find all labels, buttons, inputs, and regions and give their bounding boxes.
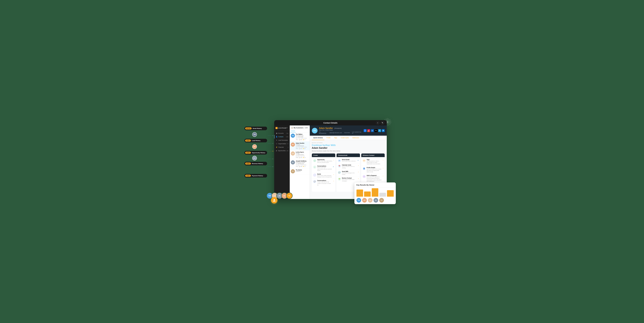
tab-tags[interactable]: Tags <box>332 136 338 140</box>
tab-addresses[interactable]: Addresses <box>351 136 360 140</box>
tags-item[interactable]: 🏷 Tags Add tags based on sales or target… <box>361 158 385 166</box>
lead-history-badge: 4,812 <box>245 140 251 142</box>
node-avatar-1: TW <box>252 132 257 137</box>
contact-item-tia-james[interactable]: TJ Tia James Linked In. <box>290 168 310 175</box>
kr-bar-2 <box>364 191 371 197</box>
instagram-button[interactable]: ♥ <box>367 129 370 132</box>
kr-avatar-5: TJ <box>379 198 384 203</box>
contact-item-joseph-goldberg[interactable]: JG Joseph Goldberg Greenwich Reality +1 … <box>290 159 310 168</box>
sidebar-item-channels[interactable]: ⚡ Channels 2 <box>274 145 290 149</box>
serial-history-badge: 26,412 <box>245 127 252 129</box>
contacts-icon: 👤 <box>276 136 278 138</box>
payment-history-label: 4,812 Payment History <box>244 174 267 178</box>
communicate-header: Communicate <box>336 153 360 157</box>
calendar-icon: 📅 <box>338 164 341 168</box>
tia-james-name: Tia James <box>296 169 308 171</box>
task-item[interactable]: 💬 Conversations Create a task item for t… <box>312 179 335 187</box>
tim-walker-name: Tim Walker <box>296 134 308 135</box>
joseph-goldberg-avatar: JG <box>291 160 295 164</box>
quick-actions-subtitle: QUICK ACTIONS <box>312 142 385 143</box>
float-labels: 26,412 Serial History TW 4,812 Lead Hist… <box>244 127 267 178</box>
contact-list-title: 📋 My Customers <box>291 127 304 129</box>
add-contact-button[interactable] <box>271 197 278 204</box>
joseph-goldberg-location: Chicago, United States <box>296 164 308 166</box>
nurture-arrow: › <box>358 178 359 179</box>
conversations-create-icon: + <box>313 166 316 169</box>
create-column: Create ◯ Opportunity Build & Track sales… <box>312 153 335 192</box>
title-bar-actions: + ✎ <box>376 121 384 125</box>
nurture-item[interactable]: 🌱 Nurture Contact Add contact to active … <box>336 176 360 183</box>
adam-sandler-avatar: AS <box>291 142 295 147</box>
adam-sandler-name: Adam Sandler <box>296 142 308 144</box>
sidebar-logo: J JACKTRADE™ <box>274 125 290 131</box>
key-results-chart <box>354 188 396 198</box>
task-title: Conversations <box>317 180 332 181</box>
sidebar-item-contacts[interactable]: 👤 Contacts 9.9K <box>274 135 290 138</box>
twitter-button[interactable]: 𝕏 <box>374 129 378 132</box>
lorina-agnes-company: Google <box>296 153 308 154</box>
sidebar-nav: ▦ Accounts 7.5K 👤 Contacts 9.9K ✦ Lead G… <box>274 131 290 193</box>
opportunities-icon: ◈ <box>276 150 277 152</box>
microsoft-button[interactable]: ⊞ <box>382 129 385 132</box>
sidebar: J JACKTRADE™ ▦ Accounts 7.5K 👤 Contacts … <box>274 125 290 199</box>
svg-point-20 <box>272 151 273 152</box>
tim-walker-location: New York, United States <box>296 138 308 139</box>
quote-title: Quote <box>317 173 332 175</box>
create-header: Create <box>312 153 335 157</box>
direct-email-item[interactable]: ✉ Direct Email Send email to your custom… <box>336 158 360 163</box>
tab-profile[interactable]: Profile <box>325 136 332 140</box>
profile-details-item[interactable]: 👤 Profile Details Add more details for t… <box>361 166 385 174</box>
edit-button[interactable]: ✎ <box>381 121 384 125</box>
contact-item-lorina-agnes[interactable]: LA Lorina Agnes Google +1 23456789O1 Bro… <box>290 150 310 159</box>
opportunity-history-label: 4,812 Opportunity History <box>244 151 267 155</box>
kr-bar-1 <box>356 190 363 197</box>
contact-last-updated: Last Updated Sep 18 <box>352 131 362 134</box>
facebook-button[interactable]: f <box>364 129 366 132</box>
sidebar-item-accounts[interactable]: ▦ Accounts 7.5K <box>274 132 290 135</box>
kr-bar-5 <box>387 190 394 197</box>
sms-item[interactable]: 💬 Send SMS Send direct message to the co… <box>336 170 360 176</box>
accounts-icon: ▦ <box>276 132 278 134</box>
avatar-group-more[interactable]: +2 <box>286 193 292 199</box>
add-button[interactable]: + <box>376 121 380 125</box>
tab-details[interactable]: Details <box>290 130 296 132</box>
sidebar-item-lead-generation[interactable]: ✦ Lead Generation <box>274 138 290 142</box>
lorina-agnes-stats: 👁 98 📋 452 📁 34 <box>296 157 308 158</box>
telegram-button[interactable]: ✈ <box>378 129 381 132</box>
sms-icon: 💬 <box>338 171 341 174</box>
add-segment-item[interactable]: ⬡ Add to Segment Add contact to a segmen… <box>361 174 385 183</box>
opportunity-title: Opportunity <box>317 159 332 160</box>
contact-avatar: AS <box>312 128 318 133</box>
key-results-card: Key Results By Owner TW AS LA JG TJ <box>354 182 396 204</box>
channels-icon: ⚡ <box>276 146 278 148</box>
direct-email-title: Direct Email <box>342 159 356 160</box>
contact-meta: +1 9876543210 adam@unknown.com Subscribe… <box>319 131 362 134</box>
linkedin-button[interactable]: in <box>371 129 374 132</box>
calendar-arrow: › <box>358 165 359 166</box>
contact-item-tim-walker[interactable]: TW Tim Walker Microsoft Corp. +1 2345678… <box>290 133 310 141</box>
sidebar-item-segmentation[interactable]: ⬡ Segmentation 77 <box>274 142 290 145</box>
contact-location: New York, United States <box>319 129 362 131</box>
tab-quick-actions[interactable]: Quick Actions <box>312 136 324 140</box>
tia-james-company: Linked In. <box>296 171 308 172</box>
lorina-agnes-info: Lorina Agnes Google +1 23456789O1 Brookl… <box>296 151 308 158</box>
revenue-history-badge: 4,812 <box>245 163 251 165</box>
quote-item[interactable]: 📄 Quote Build & track contact estimates.… <box>312 172 335 179</box>
tab-credit-cards[interactable]: Credit Cards <box>339 136 350 140</box>
segmentation-icon: ⬡ <box>276 143 278 145</box>
contact-list-header: 📋 My Customers 2,490 <box>290 125 310 130</box>
social-links: f ♥ in 𝕏 ✈ ⊞ <box>364 129 385 132</box>
opportunity-arrow: › <box>334 159 334 161</box>
opportunity-item[interactable]: ◯ Opportunity Build & Track sales opport… <box>312 158 335 164</box>
joseph-goldberg-company: Greenwich Reality <box>296 162 308 163</box>
contact-company-parens: (Amazon) <box>334 127 342 129</box>
customer-count: 2,490 <box>304 127 308 129</box>
kr-avatar-2: AS <box>362 198 367 203</box>
lorina-agnes-name: Lorina Agnes <box>296 151 308 153</box>
contact-item-adam-sandler[interactable]: AS Adam Sandler Amazon +1 9876543210 New… <box>290 141 310 150</box>
calendar-item[interactable]: 📅 Calendar Invite Send a calendar invite… <box>336 163 360 170</box>
add-segment-title: Add to Segment <box>367 175 382 176</box>
conversations-create-item[interactable]: + Conversations Build & Track sales oppo… <box>312 164 335 172</box>
sidebar-item-opportunities[interactable]: ◈ Opportunities 220 <box>274 149 290 152</box>
tags-title: Tags <box>367 159 382 160</box>
